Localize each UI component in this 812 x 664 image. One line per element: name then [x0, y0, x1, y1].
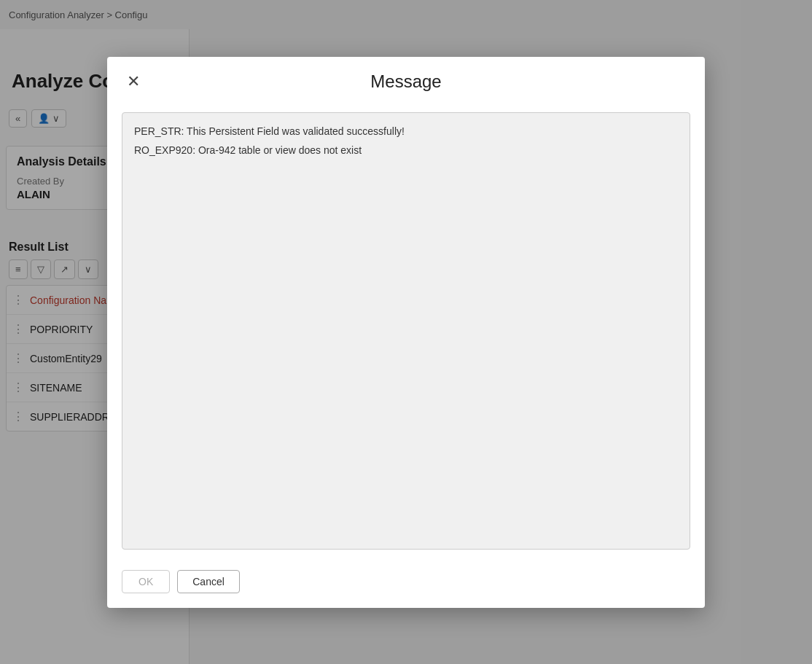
message-line-1: PER_STR: This Persistent Field was valid…	[134, 123, 678, 139]
close-icon: ✕	[127, 72, 140, 91]
cancel-button[interactable]: Cancel	[177, 570, 240, 593]
message-dialog: ✕ Message PER_STR: This Persistent Field…	[107, 57, 705, 608]
modal-overlay[interactable]: ✕ Message PER_STR: This Persistent Field…	[0, 0, 812, 664]
message-content-box[interactable]: PER_STR: This Persistent Field was valid…	[122, 112, 690, 550]
modal-header: ✕ Message	[107, 57, 705, 103]
modal-title: Message	[370, 71, 441, 92]
ok-button[interactable]: OK	[122, 570, 170, 593]
modal-footer: OK Cancel	[107, 558, 705, 608]
modal-close-button[interactable]: ✕	[122, 70, 145, 93]
modal-body: PER_STR: This Persistent Field was valid…	[107, 103, 705, 558]
message-line-2: RO_EXP920: Ora-942 table or view does no…	[134, 142, 678, 158]
